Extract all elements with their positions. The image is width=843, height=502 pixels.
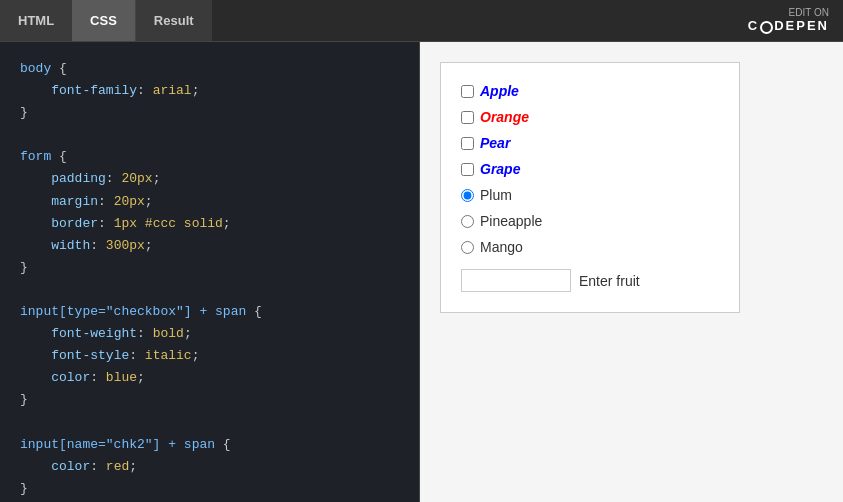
edit-on-label: EDIT ON <box>748 7 829 18</box>
fruit-grape-text: Grape <box>480 161 520 177</box>
code-line: } <box>20 257 399 279</box>
code-line: font-weight: bold; <box>20 323 399 345</box>
code-line: padding: 20px; <box>20 168 399 190</box>
code-line: body { <box>20 58 399 80</box>
fruit-plum-text: Plum <box>480 187 512 203</box>
fruit-orange-text: Orange <box>480 109 529 125</box>
main-content: body { font-family: arial; } form { padd… <box>0 42 843 502</box>
checkbox-pear[interactable] <box>461 137 474 150</box>
code-line: } <box>20 102 399 124</box>
checkbox-orange[interactable] <box>461 111 474 124</box>
radio-mango[interactable] <box>461 241 474 254</box>
enter-fruit-label: Enter fruit <box>579 273 640 289</box>
tab-html[interactable]: HTML <box>0 0 72 41</box>
code-line: } <box>20 478 399 500</box>
fruit-text-input[interactable] <box>461 269 571 292</box>
checkbox-apple[interactable] <box>461 85 474 98</box>
label-pear[interactable]: Pear <box>461 135 719 161</box>
code-line: width: 300px; <box>20 235 399 257</box>
code-line: input[type="checkbox"] + span { <box>20 301 399 323</box>
label-grape[interactable]: Grape <box>461 161 719 187</box>
code-line: border: 1px #ccc solid; <box>20 213 399 235</box>
preview-form: Apple Orange Pear Grape Plum <box>440 62 740 313</box>
codepen-brand: EDIT ON C DEPEN <box>748 7 829 33</box>
code-line: form { <box>20 146 399 168</box>
code-line: color: blue; <box>20 367 399 389</box>
code-line: input[name="chk2"] + span { <box>20 434 399 456</box>
fruit-mango-text: Mango <box>480 239 523 255</box>
label-plum[interactable]: Plum <box>461 187 719 213</box>
radio-plum[interactable] <box>461 189 474 202</box>
label-apple[interactable]: Apple <box>461 83 719 109</box>
code-line: font-family: arial; <box>20 80 399 102</box>
fruit-pear-text: Pear <box>480 135 510 151</box>
code-line: margin: 20px; <box>20 191 399 213</box>
code-panel: body { font-family: arial; } form { padd… <box>0 42 420 502</box>
label-mango[interactable]: Mango <box>461 239 719 265</box>
text-input-row: Enter fruit <box>461 265 719 292</box>
radio-pineapple[interactable] <box>461 215 474 228</box>
label-pineapple[interactable]: Pineapple <box>461 213 719 239</box>
code-line <box>20 412 399 434</box>
codepen-brand-area: EDIT ON C DEPEN <box>748 7 843 33</box>
tab-css[interactable]: CSS <box>72 0 135 41</box>
code-line: font-style: italic; <box>20 345 399 367</box>
fruit-apple-text: Apple <box>480 83 519 99</box>
label-orange[interactable]: Orange <box>461 109 719 135</box>
code-line: } <box>20 389 399 411</box>
code-line <box>20 124 399 146</box>
result-panel: Apple Orange Pear Grape Plum <box>420 42 843 502</box>
code-line: color: red; <box>20 456 399 478</box>
code-line <box>20 279 399 301</box>
fruit-pineapple-text: Pineapple <box>480 213 542 229</box>
codepen-logo: C DEPEN <box>748 18 829 33</box>
top-bar: HTML CSS Result EDIT ON C DEPEN <box>0 0 843 42</box>
tab-result[interactable]: Result <box>136 0 212 41</box>
checkbox-grape[interactable] <box>461 163 474 176</box>
